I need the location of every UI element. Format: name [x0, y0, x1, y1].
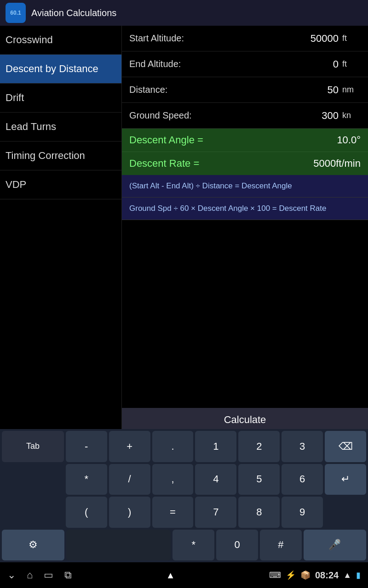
navigation-buttons: ⌄ ⌂ ▭ ⧉ [7, 569, 72, 581]
start-altitude-input[interactable] [279, 33, 339, 45]
nav-back-button[interactable]: ▭ [44, 569, 53, 581]
period-key[interactable]: . [152, 431, 194, 462]
top-bar: 60.1 Aviation Calculations [0, 0, 368, 26]
formula1-row: (Start Alt - End Alt) ÷ Distance = Desce… [122, 175, 368, 198]
usb-icon: ⚡ [286, 570, 296, 580]
start-altitude-row: Start Altitude: ft [122, 26, 368, 51]
minus-key[interactable]: - [66, 431, 107, 462]
battery-icon: 📦 [300, 570, 310, 580]
formula2-row: Ground Spd ÷ 60 × Descent Angle × 100 = … [122, 198, 368, 220]
close-paren-key[interactable]: ) [109, 497, 150, 528]
wifi-icon: ▲ [343, 571, 351, 580]
keyboard: Tab - + . 1 2 3 ⌫ * / , 4 5 6 ↵ ( ) = 7 … [0, 429, 368, 562]
end-altitude-label: End Altitude: [129, 59, 279, 69]
distance-label: Distance: [129, 85, 279, 95]
nav-up-arrow[interactable]: ▲ [166, 570, 175, 581]
multiply-key[interactable]: * [66, 464, 107, 495]
mic-key[interactable]: 🎤 [304, 530, 366, 561]
ground-speed-input[interactable] [279, 110, 339, 122]
formula1-text: (Start Alt - End Alt) ÷ Distance = Desce… [129, 181, 292, 190]
key-4[interactable]: 4 [195, 464, 236, 495]
divide-key[interactable]: / [109, 464, 150, 495]
ground-speed-unit: kn [342, 111, 361, 120]
distance-unit: nm [342, 85, 361, 95]
equals-key[interactable]: = [152, 497, 194, 528]
start-altitude-unit: ft [342, 34, 361, 43]
keyboard-row-4: ⚙ * 0 # 🎤 [2, 530, 366, 561]
app-icon-label: 60.1 [10, 10, 21, 16]
sidebar-item-drift[interactable]: Drift [0, 84, 121, 113]
distance-input[interactable] [279, 84, 339, 96]
descent-angle-row: Descent Angle = 10.0° [122, 129, 368, 152]
keyboard-row-2: * / , 4 5 6 ↵ [2, 464, 366, 495]
status-time: 08:24 [315, 570, 339, 581]
nav-recent-button[interactable]: ⧉ [64, 569, 72, 581]
open-paren-key[interactable]: ( [66, 497, 107, 528]
sidebar-item-descent-by-distance[interactable]: Descent by Distance [0, 55, 121, 84]
formula2-text: Ground Spd ÷ 60 × Descent Angle × 100 = … [129, 204, 326, 213]
descent-angle-label: Descent Angle = [129, 134, 337, 146]
key-1[interactable]: 1 [195, 431, 236, 462]
key-9[interactable]: 9 [282, 497, 323, 528]
start-altitude-label: Start Altitude: [129, 33, 279, 44]
keyboard-row-1: Tab - + . 1 2 3 ⌫ [2, 431, 366, 462]
keyboard-icon: ⌨ [269, 570, 281, 580]
distance-row: Distance: nm [122, 77, 368, 103]
tab-key[interactable]: Tab [2, 431, 64, 462]
app-title: Aviation Calculations [31, 8, 116, 18]
descent-rate-label: Descent Rate = [129, 158, 313, 170]
descent-angle-value: 10.0° [337, 134, 361, 146]
ground-speed-label: Ground Speed: [129, 110, 279, 121]
key-5[interactable]: 5 [238, 464, 280, 495]
key-8[interactable]: 8 [238, 497, 280, 528]
plus-key[interactable]: + [109, 431, 150, 462]
descent-rate-row: Descent Rate = 5000ft/min [122, 152, 368, 175]
calculate-button[interactable]: Calculate [122, 408, 368, 432]
key-2[interactable]: 2 [238, 431, 280, 462]
enter-key[interactable]: ↵ [325, 464, 366, 495]
asterisk-key[interactable]: * [172, 530, 214, 561]
hash-key[interactable]: # [260, 530, 302, 561]
space-key[interactable] [66, 530, 171, 561]
sidebar-item-lead-turns[interactable]: Lead Turns [0, 113, 121, 141]
nav-home-button[interactable]: ⌂ [27, 569, 33, 581]
descent-rate-value: 5000ft/min [313, 158, 361, 170]
nav-down-button[interactable]: ⌄ [7, 569, 16, 581]
keyboard-row-3: ( ) = 7 8 9 [2, 497, 366, 528]
end-altitude-unit: ft [342, 59, 361, 69]
backspace-key[interactable]: ⌫ [325, 431, 366, 462]
end-altitude-row: End Altitude: ft [122, 51, 368, 77]
end-altitude-input[interactable] [279, 58, 339, 70]
sidebar-item-timing-correction[interactable]: Timing Correction [0, 141, 121, 170]
app-icon: 60.1 [6, 3, 26, 23]
key-6[interactable]: 6 [282, 464, 323, 495]
settings-key[interactable]: ⚙ [2, 530, 64, 561]
signal-icon: ▮ [356, 570, 361, 580]
key-3[interactable]: 3 [282, 431, 323, 462]
sidebar-item-vdp[interactable]: VDP [0, 170, 121, 199]
comma-key[interactable]: , [152, 464, 194, 495]
sidebar-item-crosswind[interactable]: Crosswind [0, 26, 121, 55]
status-bar: ⌄ ⌂ ▭ ⧉ ▲ ⌨ ⚡ 📦 08:24 ▲ ▮ [0, 562, 368, 588]
ground-speed-row: Ground Speed: kn [122, 103, 368, 129]
status-right: ⌨ ⚡ 📦 08:24 ▲ ▮ [269, 570, 361, 581]
key-7[interactable]: 7 [195, 497, 236, 528]
key-0[interactable]: 0 [216, 530, 258, 561]
